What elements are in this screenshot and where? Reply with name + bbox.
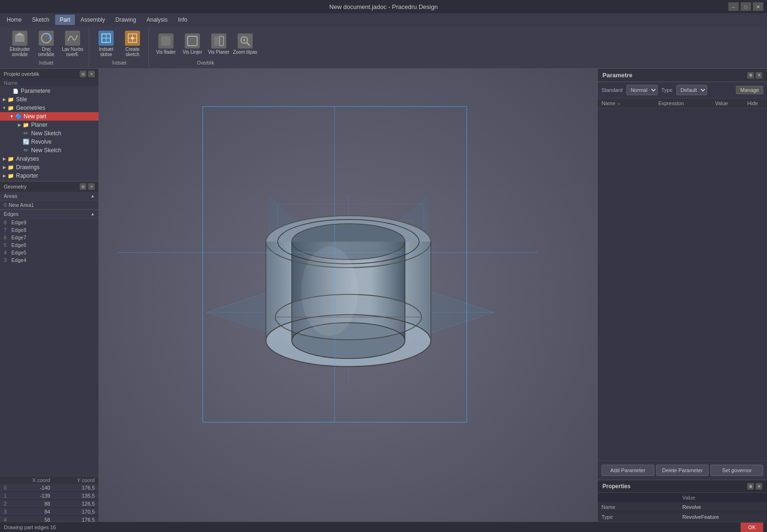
tree-item-analyses[interactable]: ▶ 📁 Analyses (0, 155, 99, 163)
stile-expand-icon: ▶ (2, 97, 7, 102)
ekstruder-icon (12, 31, 27, 46)
new-sketch2-icon: ✏ (23, 147, 29, 154)
edge-row-8[interactable]: 8 Edge9 (0, 219, 99, 226)
vis-linjer-button[interactable]: Vis Linjer (180, 30, 205, 58)
app-title: New document.jadoc - Pracedru Design (330, 3, 438, 10)
coords-row-3[interactable]: 3 84 170,5 (0, 508, 99, 516)
edge-row-7[interactable]: 7 Edge8 (0, 226, 99, 234)
tree-item-drawings[interactable]: ▶ 📁 Drawings (0, 163, 99, 172)
new-part-expand-icon: ▼ (9, 114, 14, 119)
coord-x-2: 88 (13, 501, 58, 507)
status-bar: Drawing part edges 16 OK (0, 522, 767, 532)
menu-home[interactable]: Home (2, 15, 26, 25)
indsaet-skitse-label: Indsæt skitse (94, 47, 118, 57)
project-section: Projekt overblik ⊞ ✕ Name 📄 Parametere (0, 69, 99, 181)
standard-select[interactable]: Normal (627, 85, 658, 95)
close-button[interactable]: ✕ (753, 2, 763, 11)
params-table-body (598, 108, 767, 460)
props-row-type[interactable]: Type RevolveFeature (598, 512, 767, 522)
drej-icon (39, 31, 54, 46)
project-icon2[interactable]: ✕ (88, 71, 95, 77)
project-icon1[interactable]: ⊞ (80, 71, 86, 77)
menu-drawing[interactable]: Drawing (111, 15, 141, 25)
vis-flader-button[interactable]: Vis flader (154, 30, 178, 58)
edge-row-6[interactable]: 6 Edge7 (0, 234, 99, 241)
menu-sketch[interactable]: Sketch (27, 15, 54, 25)
ok-button[interactable]: OK (741, 523, 763, 532)
edge-row-5[interactable]: 5 Edge6 (0, 241, 99, 249)
minimize-button[interactable]: – (728, 2, 739, 11)
coords-header-x: X coord (13, 477, 58, 483)
coords-row-1[interactable]: 1 -139 135,5 (0, 492, 99, 500)
type-select[interactable]: Default (676, 85, 707, 95)
params-panel-icons: ⊞ ✕ (747, 72, 762, 79)
tree-item-geometries[interactable]: ▼ 📁 Geometries (0, 104, 99, 112)
tree-item-new-sketch-1[interactable]: ▶ ✏ New Sketch (0, 129, 99, 138)
tree-item-revolve[interactable]: ▶ 🔄 Revolve (0, 138, 99, 146)
edge-num-4: 4 (4, 250, 9, 255)
props-icon2[interactable]: ✕ (756, 483, 762, 490)
tree-label-parametere: Parametere (21, 88, 50, 94)
ekstruder-button[interactable]: Ekstruder område (8, 30, 32, 58)
tree-label-new-sketch-2: New Sketch (31, 147, 61, 154)
3d-ring-svg (183, 133, 513, 453)
drawings-folder-icon: 📁 (8, 164, 14, 171)
name-sort-icon[interactable]: ▲ (617, 101, 621, 106)
toolbar-group3-label: Overblik (197, 60, 214, 65)
parametere-icon: 📄 (12, 88, 19, 94)
params-icon2[interactable]: ✕ (756, 72, 762, 79)
coords-row-2[interactable]: 2 88 126,5 (0, 500, 99, 508)
maximize-button[interactable]: □ (741, 2, 751, 11)
coord-x-1: -139 (13, 493, 58, 499)
set-governor-button[interactable]: Set governor (710, 465, 763, 476)
areas-subheader[interactable]: Areas ▲ (0, 192, 99, 201)
project-name-label: Name (4, 80, 17, 86)
tree-item-stile[interactable]: ▶ 📁 Stile (0, 95, 99, 104)
new-sketch2-expand-icon: ▶ (17, 148, 22, 153)
coords-row-0[interactable]: 0 -140 176,5 (0, 484, 99, 492)
vis-planer-button[interactable]: Vis Planer (206, 30, 231, 58)
manage-button[interactable]: Manage (736, 86, 763, 94)
geometry-row-0[interactable]: 0 New Area1 (0, 201, 99, 209)
planer-folder-icon: 📁 (23, 122, 29, 128)
tree-label-new-sketch-1: New Sketch (31, 130, 61, 137)
tree-item-new-sketch-2[interactable]: ▶ ✏ New Sketch (0, 146, 99, 155)
params-icon1[interactable]: ⊞ (747, 72, 754, 79)
tree-item-new-part[interactable]: ▼ 🔷 New part (0, 112, 99, 121)
analyses-expand-icon: ▶ (2, 156, 7, 161)
properties-title: Properties (602, 483, 630, 490)
indsaet-skitse-button[interactable]: Indsæt skitse (94, 30, 118, 58)
raporter-folder-icon: 📁 (8, 172, 14, 179)
properties-header: Properties ⊞ ✕ (598, 480, 767, 493)
create-sketch-button[interactable]: Create sketch (120, 30, 145, 58)
add-parameter-button[interactable]: Add Parameter (602, 465, 654, 476)
geometry-icon2[interactable]: ✕ (88, 183, 95, 190)
geometry-icon1[interactable]: ⊞ (80, 183, 86, 190)
menu-part[interactable]: Part (55, 15, 75, 25)
edge-label-5: Edge6 (11, 242, 26, 248)
edge-row-4[interactable]: 4 Edge5 (0, 249, 99, 256)
planer-expand-icon: ▶ (17, 123, 22, 127)
edge-row-3[interactable]: 3 Edge4 (0, 256, 99, 264)
menu-analysis[interactable]: Analysis (142, 15, 173, 25)
tree-item-parametere[interactable]: 📄 Parametere (0, 87, 99, 95)
params-panel-title: Parametre (602, 72, 633, 79)
props-row-name[interactable]: Name Revolve (598, 502, 767, 512)
stile-folder-icon: 📁 (8, 96, 14, 103)
lav-nurbs-button[interactable]: Lav Nurbs overfl. (60, 30, 85, 58)
toolbar-group-indsaet2: Indsæt skitse Create sketch Indsæt (90, 28, 149, 66)
edges-subheader[interactable]: Edges ▲ (0, 210, 99, 219)
coord-idx-1: 1 (4, 493, 13, 499)
menu-info[interactable]: Info (173, 15, 192, 25)
geometry-item-label: New Area1 (8, 202, 34, 208)
zoom-tilpas-button[interactable]: Zoom tilpas (233, 30, 257, 58)
menu-assembly[interactable]: Assembly (76, 15, 110, 25)
toolbar-group-indsaet1: Ekstruder område Drej område Lav Nurbs o… (4, 28, 89, 66)
props-icon1[interactable]: ⊞ (747, 483, 754, 490)
tree-item-planer[interactable]: ▶ 📁 Planer (0, 121, 99, 129)
tree-item-raporter[interactable]: ▶ 📁 Raporter (0, 172, 99, 180)
toolbar: Ekstruder område Drej område Lav Nurbs o… (0, 26, 767, 69)
delete-parameter-button[interactable]: Delete Parameter (656, 465, 709, 476)
viewport[interactable] (99, 69, 597, 532)
drej-button[interactable]: Drej område (34, 30, 58, 58)
